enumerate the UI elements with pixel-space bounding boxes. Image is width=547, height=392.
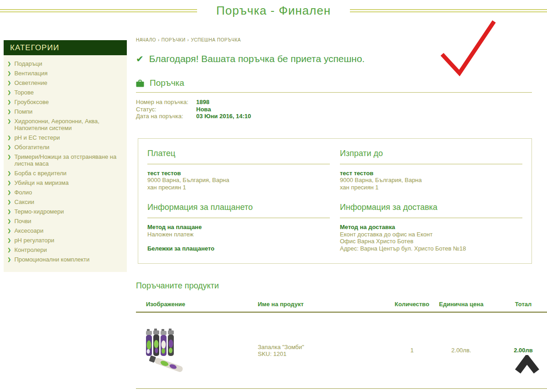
ship-to-address-line1: 9000 Варна, България, Варна (340, 177, 522, 184)
sidebar-item-torove[interactable]: ❯Торове (7, 89, 122, 96)
sidebar-item-label: Контролери (14, 246, 47, 253)
breadcrumb-orders[interactable]: ПОРЪЧКИ (161, 37, 186, 42)
scroll-to-top-button[interactable] (513, 355, 542, 376)
sidebar-item-termo-hidromeri[interactable]: ❯Термо-хидромери (7, 208, 122, 215)
payment-method-value: Наложен платеж (147, 231, 330, 238)
sidebar-item-ph-regulatori[interactable]: ❯pH регулатори (7, 237, 122, 244)
order-date-row: Дата на поръчка:03 Юни 2016, 14:10 (136, 113, 547, 120)
product-unit-price: 2.00лв. (434, 347, 489, 354)
chevron-right-icon: ❯ (7, 70, 11, 77)
payment-info-section: Информация за плащането Метод на плащане… (147, 203, 330, 252)
chevron-right-icon: ❯ (7, 118, 11, 131)
sidebar-item-label: Обогатители (14, 144, 49, 151)
chevron-right-icon: ❯ (7, 227, 11, 234)
products-table: Изображение Име на продукт Количество Ед… (136, 301, 547, 389)
breadcrumb-home[interactable]: НАЧАЛО (136, 37, 156, 42)
sidebar-item-label: Торове (14, 89, 34, 96)
decorative-line-right (350, 9, 547, 12)
categories-header: КАТЕГОРИИ (4, 40, 127, 55)
col-header-image: Изображение (146, 301, 258, 308)
ship-to-name: тест тестов (340, 170, 522, 177)
ship-to-address-line2: хан пресиян 1 (340, 184, 522, 191)
breadcrumb: НАЧАЛО›ПОРЪЧКИ›УСПЕШНА ПОРЪЧКА (136, 37, 547, 42)
sidebar-item-osvetlenie[interactable]: ❯Осветление (7, 79, 122, 86)
chevron-right-icon: ❯ (7, 89, 11, 96)
sidebar-item-obogatiteli[interactable]: ❯Обогатители (7, 144, 122, 151)
sidebar-item-pochvi[interactable]: ❯Почви (7, 218, 122, 225)
chevron-right-icon: ❯ (7, 134, 11, 141)
breadcrumb-current: УСПЕШНА ПОРЪЧКА (191, 37, 240, 42)
sidebar-item-label: Промоционални комплекти (14, 256, 89, 263)
chevron-right-icon: ❯ (7, 237, 11, 244)
sidebar-item-label: pH и EC тестери (14, 134, 60, 141)
sidebar-item-label: Осветление (14, 79, 47, 86)
sidebar-item-trimeri[interactable]: ❯Тримери/Ножици за отстраняване на листн… (7, 153, 122, 167)
payer-section: Платец тест тестов 9000 Варна, България,… (147, 149, 330, 191)
sidebar-item-label: pH регулатори (14, 237, 54, 244)
payer-address-line2: хан пресиян 1 (147, 184, 330, 191)
delivery-method-label: Метод на доставка (340, 224, 522, 231)
sidebar-item-grouboksove[interactable]: ❯Гроубоксове (7, 99, 122, 105)
categories-sidebar: КАТЕГОРИИ ❯Подаръци ❯Вентилация ❯Осветле… (4, 40, 127, 272)
order-status-value: Нова (196, 106, 211, 113)
sidebar-item-label: Тримери/Ножици за отстраняване на листна… (14, 153, 122, 167)
payment-method-label: Метод на плащане (147, 224, 330, 231)
order-date-value: 03 Юни 2016, 14:10 (196, 113, 251, 120)
product-total: 2.00лв (489, 347, 547, 354)
chevron-right-icon: ❯ (7, 144, 11, 151)
product-image-zombie-lighters[interactable] (142, 328, 199, 373)
delivery-method-line3: Адрес: Варна Център бул. Христо Ботев №1… (340, 245, 522, 252)
ship-to-heading: Изпрати до (340, 149, 522, 164)
order-info-box: Платец тест тестов 9000 Варна, България,… (138, 138, 532, 264)
chevron-right-icon: ❯ (7, 99, 11, 105)
sidebar-item-aksesoari[interactable]: ❯Аксесоари (7, 227, 122, 234)
sidebar-item-pompi[interactable]: ❯Помпи (7, 108, 122, 115)
product-name[interactable]: Запалка "Зомби" (258, 344, 390, 350)
product-sku: SKU: 1201 (258, 350, 390, 357)
sidebar-item-label: Саксии (14, 199, 34, 205)
sidebar-item-kontroleri[interactable]: ❯Контролери (7, 246, 122, 253)
sidebar-item-borba-s-vrediteli[interactable]: ❯Борба с вредители (7, 170, 122, 177)
order-number-label: Номер на поръчка: (136, 99, 196, 106)
sidebar-item-label: Борба с вредители (14, 170, 66, 177)
sidebar-item-folio[interactable]: ❯Фолио (7, 189, 122, 196)
order-number-value: 1898 (196, 99, 209, 105)
order-heading-label: Поръчка (150, 78, 184, 88)
order-number-row: Номер на поръчка:1898 (136, 99, 547, 106)
sidebar-item-ph-ec-testeri[interactable]: ❯pH и EC тестери (7, 134, 122, 141)
col-header-name: Име на продукт (258, 301, 390, 308)
col-header-unit-price: Единична цена (434, 301, 489, 308)
sidebar-item-label: Помпи (14, 108, 32, 115)
success-text: Благодаря! Вашата поръчка бе приета успе… (149, 53, 365, 64)
chevron-right-icon: ❯ (7, 208, 11, 215)
delivery-info-section: Информация за доставка Метод на доставка… (340, 203, 522, 252)
order-status-row: Статус:Нова (136, 106, 547, 113)
delivery-method-line1: Еконт доставка до офис на Еконт (340, 231, 522, 238)
sidebar-item-label: Почви (14, 218, 31, 225)
chevron-right-icon: ❯ (7, 153, 11, 167)
categories-list: ❯Подаръци ❯Вентилация ❯Осветление ❯Торов… (4, 55, 127, 272)
sidebar-item-saksii[interactable]: ❯Саксии (7, 199, 122, 205)
breadcrumb-separator: › (158, 37, 160, 42)
chevron-right-icon: ❯ (7, 179, 11, 186)
sidebar-item-label: Термо-хидромери (14, 208, 64, 215)
sidebar-item-promo-komplekti[interactable]: ❯Промоционални комплекти (7, 256, 122, 263)
chevron-right-icon: ❯ (7, 199, 11, 205)
delivery-method-line2: Офис Варна Христо Ботев (340, 238, 522, 245)
sidebar-item-ventilatsia[interactable]: ❯Вентилация (7, 70, 122, 77)
sidebar-item-label: Подаръци (14, 60, 42, 67)
sidebar-item-label: Хидропонни, Аеропонни, Аква, Напоителни … (14, 118, 122, 131)
sidebar-item-podaratsi[interactable]: ❯Подаръци (7, 60, 122, 67)
sidebar-item-ubiytsi-na-mirizma[interactable]: ❯Убийци на миризма (7, 179, 122, 186)
page-header: Поръчка - Финален (0, 4, 547, 18)
breadcrumb-separator: › (188, 37, 189, 42)
chevron-right-icon: ❯ (7, 170, 11, 177)
product-image-cell (146, 328, 258, 373)
chevron-right-icon: ❯ (7, 189, 11, 196)
product-row: Запалка "Зомби" SKU: 1201 1 2.00лв. 2.00… (136, 313, 547, 389)
payment-notes-label: Бележки за плащането (147, 245, 330, 252)
chevron-right-icon: ❯ (7, 218, 11, 225)
briefcase-icon (136, 79, 144, 87)
delivery-info-heading: Информация за доставка (340, 203, 522, 218)
sidebar-item-hidroponni[interactable]: ❯Хидропонни, Аеропонни, Аква, Напоителни… (7, 118, 122, 131)
